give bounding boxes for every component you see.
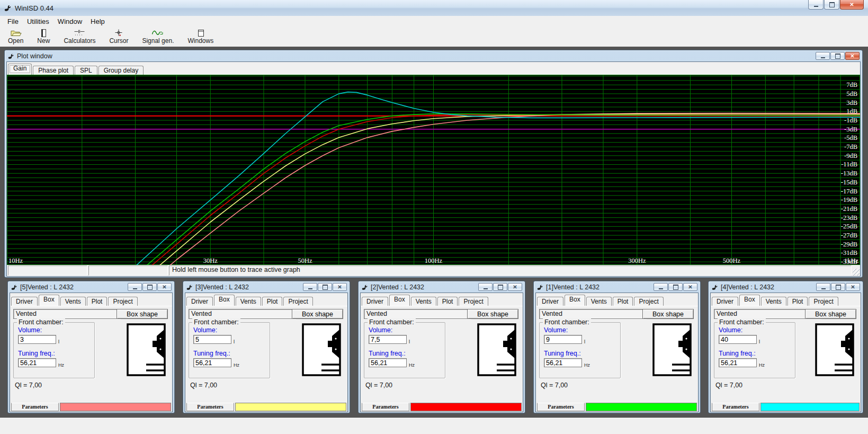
project-tab[interactable]: Project [283, 297, 312, 306]
project-tab[interactable]: Driver [186, 297, 213, 306]
minimize-button[interactable] [654, 283, 668, 291]
tuning-freq-input[interactable] [369, 358, 407, 367]
resize-grip[interactable] [853, 269, 860, 276]
minimize-button[interactable] [303, 283, 317, 291]
project-tab[interactable]: Plot [262, 297, 283, 306]
db-axis-label: -5dB [844, 134, 857, 141]
plot-tab[interactable]: Phase plot [33, 66, 74, 75]
box-type-field[interactable]: Vented [364, 309, 471, 319]
maximize-button[interactable] [824, 0, 839, 10]
box-shape-button[interactable]: Box shape [467, 309, 518, 319]
tuning-freq-input[interactable] [544, 358, 582, 367]
project-tab[interactable]: Project [634, 297, 663, 306]
project-window-title-bar[interactable]: [3]Vented : L 2432 ✕ [185, 281, 348, 293]
minimize-button[interactable] [816, 52, 830, 60]
box-type-field[interactable]: Vented [13, 309, 120, 319]
project-tab[interactable]: Plot [788, 297, 808, 306]
volume-input[interactable] [193, 335, 231, 344]
minimize-button[interactable] [816, 283, 830, 291]
project-tab[interactable]: Box [389, 295, 410, 306]
tuning-freq-input[interactable] [719, 358, 757, 367]
project-tab[interactable]: Driver [11, 297, 38, 306]
minimize-button[interactable] [128, 283, 142, 291]
close-icon[interactable]: ✕ [157, 283, 172, 291]
maximize-button[interactable] [830, 52, 845, 60]
menu-item[interactable]: File [3, 16, 23, 28]
project-tab[interactable]: Box [39, 295, 59, 306]
volume-input[interactable] [719, 335, 757, 344]
project-tab[interactable]: Project [809, 297, 838, 306]
project-tab[interactable]: Driver [537, 297, 563, 306]
project-tab[interactable]: Vents [236, 297, 261, 306]
project-tab[interactable]: Vents [411, 297, 436, 306]
new-button[interactable]: New [34, 28, 52, 45]
parameters-tab[interactable]: Parameters [362, 403, 409, 411]
curve-color-bar[interactable] [410, 403, 522, 411]
curve-color-bar[interactable] [586, 403, 697, 411]
close-icon[interactable]: ✕ [845, 52, 860, 60]
project-window-title-bar[interactable]: [4]Vented : L 2432 ✕ [710, 281, 861, 293]
plot-window-title-bar[interactable]: Plot window ✕ [6, 50, 861, 61]
box-type-field[interactable]: Vented [189, 309, 296, 319]
parameters-tab[interactable]: Parameters [11, 403, 59, 411]
project-window-title-bar[interactable]: [5]Vented : L 2432 ✕ [10, 281, 173, 293]
gain-chart[interactable]: 7dB5dB3dB1dB-1dB-3dB-5dB-7dB-9dB-11dB-13… [7, 75, 860, 265]
box-shape-button[interactable]: Box shape [292, 309, 343, 319]
maximize-button[interactable] [668, 283, 683, 291]
db-axis-label: -15dB [841, 179, 857, 186]
tuning-freq-input[interactable] [18, 358, 56, 367]
project-tab[interactable]: Box [565, 295, 585, 306]
parameters-tab[interactable]: Parameters [186, 403, 234, 411]
project-tab[interactable]: Project [108, 297, 137, 306]
signal-gen-button[interactable]: Signal gen. [139, 28, 176, 45]
curve-color-bar[interactable] [235, 403, 346, 411]
box-shape-button[interactable]: Box shape [117, 309, 168, 319]
project-tab[interactable]: Plot [437, 297, 458, 306]
close-button[interactable]: ✕ [840, 0, 864, 10]
project-tab[interactable]: Plot [613, 297, 633, 306]
plot-tab[interactable]: SPL [75, 66, 97, 75]
box-shape-button[interactable]: Box shape [642, 309, 694, 319]
curve-color-bar[interactable] [60, 403, 171, 411]
project-tab[interactable]: Plot [87, 297, 108, 306]
parameters-tab[interactable]: Parameters [537, 403, 585, 411]
project-tab[interactable]: Project [459, 297, 488, 306]
close-icon[interactable]: ✕ [333, 283, 347, 291]
plot-tab[interactable]: Group delay [99, 66, 144, 75]
volume-input[interactable] [544, 335, 582, 344]
menu-item[interactable]: Help [86, 16, 109, 28]
project-tab[interactable]: Vents [761, 297, 786, 306]
menu-item[interactable]: Utilities [23, 16, 53, 28]
project-window-title-bar[interactable]: [1]Vented : L 2432 ✕ [535, 281, 699, 293]
project-tab[interactable]: Vents [586, 297, 612, 306]
minimize-button[interactable] [808, 0, 824, 10]
calculators-button[interactable]: Calculators [61, 28, 98, 45]
plot-tab[interactable]: Gain [8, 64, 32, 75]
maximize-button[interactable] [831, 283, 845, 291]
gain-plot-area[interactable]: 7dB5dB3dB1dB-1dB-3dB-5dB-7dB-9dB-11dB-13… [7, 75, 860, 265]
close-icon[interactable]: ✕ [508, 283, 522, 291]
volume-input[interactable] [18, 335, 56, 344]
project-tab[interactable]: Driver [712, 297, 738, 306]
tuning-freq-input[interactable] [193, 358, 231, 367]
open-button[interactable]: Open [5, 28, 26, 45]
project-tab[interactable]: Vents [60, 297, 86, 306]
volume-input[interactable] [369, 335, 407, 344]
menu-item[interactable]: Window [53, 16, 86, 28]
maximize-button[interactable] [142, 283, 157, 291]
box-shape-button[interactable]: Box shape [805, 309, 856, 319]
close-icon[interactable]: ✕ [683, 283, 697, 291]
cursor-button[interactable]: Cursor [106, 28, 131, 45]
minimize-button[interactable] [478, 283, 493, 291]
project-tab[interactable]: Box [739, 295, 760, 306]
maximize-button[interactable] [493, 283, 507, 291]
project-tab[interactable]: Box [214, 295, 235, 306]
close-icon[interactable]: ✕ [846, 283, 860, 291]
windows-button[interactable]: Windows [185, 28, 216, 45]
box-type-field[interactable]: Vented [539, 309, 646, 319]
curve-color-bar[interactable] [760, 403, 860, 411]
parameters-tab[interactable]: Parameters [712, 403, 759, 411]
maximize-button[interactable] [318, 283, 332, 291]
project-window-title-bar[interactable]: [2]Vented : L 2432 ✕ [360, 281, 523, 293]
project-tab[interactable]: Driver [362, 297, 388, 306]
